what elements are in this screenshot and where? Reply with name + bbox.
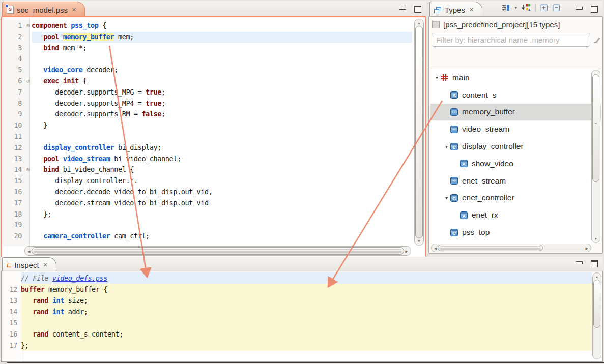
inspect-line[interactable]: 13 rand int size; [2,295,592,306]
tree-item-pss_top[interactable]: Cpss_top [430,224,601,241]
editor-line[interactable]: 18 }; [3,209,412,220]
editor-content[interactable]: 1⊖component pss_top {2 pool memory_buffe… [1,16,426,258]
code-token: video_core [43,66,82,74]
editor-line[interactable]: 6⊖ exec init { [3,76,412,87]
editor-line[interactable]: 14⊖ bind bi_video_channel { [3,164,412,175]
tree-item-content_s[interactable]: Scontent_s [430,86,601,104]
inspect-window-controls [576,260,598,267]
types-tree[interactable]: ▾mainScontent_s⋯memory_buffer~video_stre… [430,69,601,244]
pss-file-icon: S [7,6,14,14]
code-token: bi_video_channel { [59,165,134,173]
types-window-controls [576,6,598,13]
tree-item-video_stream[interactable]: ~video_stream [430,120,601,138]
inspect-line[interactable]: 17}; [2,340,592,351]
editor-line[interactable]: 5 video_core decoder; [3,65,412,76]
editor-line[interactable]: 17 decoder.stream_video_to_bi_disp.out_v… [3,198,412,209]
editor-line[interactable]: 4 [3,53,412,65]
editor-line[interactable]: 19 [3,220,412,231]
inspect-tab-close-icon[interactable]: ✕ [43,262,48,268]
tree-item-enet_rx[interactable]: Aenet_rx [430,206,601,224]
types-minimize-button[interactable] [576,7,583,10]
code-token: display_controller.*. [32,176,138,185]
clear-filter-icon[interactable] [593,36,600,44]
collapse-arrow-icon[interactable]: ▾ [433,75,441,80]
inspect-tab[interactable]: i≡ Inspect ✕ [2,257,56,272]
code-token: bind [43,165,59,173]
inspect-content[interactable]: // File video_defs.pss12buffer memory_bu… [1,271,603,362]
inspect-minimize-button[interactable] [576,261,583,264]
inspect-tab-strip: i≡ Inspect ✕ [1,257,603,271]
tree-item-enet_stream[interactable]: ~enet_stream [430,172,601,190]
code-token [48,308,52,316]
tree-item-main[interactable]: ▾main [430,69,601,86]
code-token: addr; [64,308,88,316]
inspect-line[interactable]: // File video_defs.pss [2,272,592,284]
stream-type-icon: ~ [450,177,458,185]
code-token: decoder; [82,66,118,74]
editor-line[interactable]: 16 decoder.decode_video_to_bi_disp.out_v… [3,187,412,198]
inspect-line[interactable]: 12buffer memory_buffer { [2,284,592,295]
editor-line[interactable]: 15 display_controller.*. [3,175,412,187]
editor-line[interactable]: 20 camera_controller cam_ctrl; [3,231,412,242]
editor-line[interactable]: 13 pool video_stream bi_video_channel; [3,154,412,165]
code-token: decoder.decode_video_to_bi_disp.out_vid, [32,188,212,196]
code-token: ; [161,99,165,107]
type-filter-input[interactable] [432,33,590,47]
tree-item-display_controller[interactable]: ▾Cdisplay_controller [430,138,601,155]
code-token: pool [43,33,59,41]
inspect-line[interactable]: 15 [2,317,592,328]
code-token [32,77,43,85]
code-token [32,155,43,163]
code-token: int [52,308,64,316]
sort-group-icon[interactable] [522,4,531,12]
tree-vertical-scrollbar[interactable]: ▼ [591,70,600,243]
inspect-line[interactable]: 16 rand content_s content; [2,328,592,340]
tree-item-label: video_stream [462,125,509,134]
inspect-vertical-scrollbar[interactable]: ▲ [592,272,601,359]
code-token: { [79,77,87,85]
editor-line[interactable]: 2 pool memory_buffer mem; [3,32,412,43]
toolbar-dropdown-arrow-icon[interactable]: ▾ [514,5,517,10]
editor-line[interactable]: 1⊖component pss_top { [3,20,412,32]
editor-line[interactable]: 9 decoder.supports_RM = false; [3,109,412,120]
collapse-arrow-icon[interactable]: ▾ [443,195,450,201]
struct-type-icon: S [450,91,458,99]
tree-item-show_video[interactable]: Ashow_video [430,155,601,172]
editor-line[interactable]: 8 decoder.supports_MP4 = true; [3,98,412,109]
tree-item-memory_buffer[interactable]: ⋯memory_buffer [430,104,601,121]
types-maximize-button[interactable] [591,6,598,13]
inspect-maximize-button[interactable] [591,260,598,267]
editor-line[interactable]: 10 } [3,120,412,131]
editor-minimize-button[interactable] [399,7,406,10]
types-tab-close-icon[interactable]: ✕ [469,7,474,13]
editor-tab-strip: S soc_model.pss ✕ [1,1,426,16]
types-tab[interactable]: Types ✕ [429,2,482,17]
code-token: component [32,21,67,29]
tree-item-label: main [452,73,470,82]
code-token: pss_top [71,21,98,29]
code-token: memory_bu [63,33,99,41]
tree-item-enet_controller[interactable]: ▾Cenet_controller [430,190,601,207]
types-toolbar: ▾ [502,4,560,12]
collapse-all-button[interactable] [553,4,560,12]
expand-all-button[interactable] [540,4,548,12]
file-link[interactable]: video_defs.pss [52,274,107,282]
editor-line[interactable]: 12 display_controller bi_display; [3,142,412,154]
code-token: // File [21,274,52,282]
tree-horizontal-scrollbar[interactable]: ◀▶ [431,244,591,252]
code-token: int [52,296,64,305]
collapse-arrow-icon[interactable]: ▾ [443,144,450,149]
editor-tab[interactable]: S soc_model.pss ✕ [2,2,85,17]
editor-vertical-scrollbar[interactable]: ▲▼ [414,19,424,246]
filter-settings-icon[interactable] [502,4,510,12]
editor-line[interactable]: 7 decoder.supports_MPG = true; [3,87,412,98]
editor-maximize-button[interactable] [414,6,421,13]
component-type-icon: C [450,194,458,202]
editor-line[interactable]: 3 bind mem *; [3,43,412,54]
code-token: display_controller [43,143,114,151]
editor-line[interactable]: 11 [3,131,412,142]
inspect-line[interactable]: 14 rand int addr; [2,306,592,317]
editor-horizontal-scrollbar[interactable]: ◀▶ [24,246,411,256]
types-icon [434,7,442,13]
editor-tab-close-icon[interactable]: ✕ [72,7,76,13]
